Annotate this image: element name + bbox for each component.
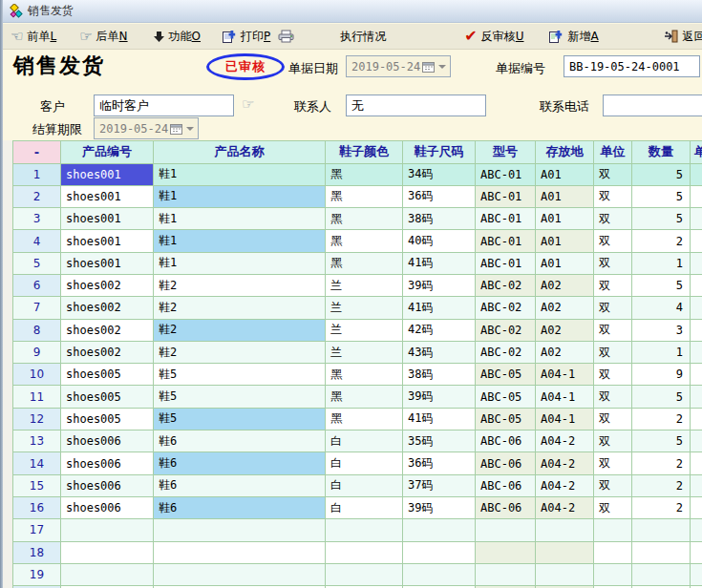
row-number[interactable]: 9 (13, 341, 61, 363)
cell-shoe-size[interactable]: 36码 (403, 452, 476, 474)
cell-unit[interactable]: 双 (594, 386, 632, 408)
col-header-product-name[interactable]: 产品名称 (154, 141, 326, 164)
cell-product-code[interactable] (61, 541, 154, 563)
cell-product-name[interactable]: 鞋2 (154, 297, 326, 319)
cell-unit-price[interactable] (691, 496, 702, 518)
cell-unit[interactable]: 双 (594, 452, 632, 474)
cell-location[interactable]: A02 (536, 274, 594, 296)
cell-unit[interactable] (594, 563, 632, 585)
cell-shoe-color[interactable]: 兰 (326, 297, 403, 319)
cell-shoe-size[interactable] (403, 519, 476, 541)
cell-shoe-color[interactable]: 白 (326, 452, 403, 474)
cell-qty[interactable] (632, 519, 691, 541)
cell-shoe-size[interactable] (403, 563, 476, 585)
cell-location[interactable]: A04-2 (536, 452, 594, 474)
cell-model[interactable]: ABC-05 (476, 364, 536, 386)
cell-qty[interactable]: 1 (632, 341, 691, 363)
cell-product-code[interactable]: shoes001 (61, 208, 154, 230)
col-header-unit-price[interactable]: 单价 (691, 141, 702, 164)
cell-product-code[interactable]: shoes002 (61, 319, 154, 341)
cell-location[interactable]: A02 (536, 341, 594, 363)
cell-product-name[interactable]: 鞋6 (154, 496, 326, 518)
col-header-product-code[interactable]: 产品编号 (61, 141, 154, 164)
cell-qty[interactable]: 1 (632, 252, 691, 274)
cell-product-code[interactable]: shoes006 (61, 496, 154, 518)
cell-product-name[interactable] (154, 563, 326, 585)
row-number[interactable]: 6 (13, 274, 61, 296)
cell-location[interactable]: A01 (536, 252, 594, 274)
col-header-qty[interactable]: 数量 (632, 141, 691, 164)
cell-unit[interactable]: 双 (594, 297, 632, 319)
cell-shoe-size[interactable]: 39码 (403, 496, 476, 518)
customer-picker-hand-icon[interactable]: ☞ (242, 97, 254, 112)
cell-qty[interactable]: 3 (632, 319, 691, 341)
row-number[interactable]: 19 (13, 563, 61, 585)
cell-shoe-color[interactable] (326, 519, 403, 541)
cell-qty[interactable]: 2 (632, 496, 691, 518)
cell-shoe-color[interactable]: 白 (326, 430, 403, 452)
cell-shoe-color[interactable]: 黑 (326, 408, 403, 430)
cell-unit-price[interactable] (691, 364, 702, 386)
cell-product-name[interactable]: 鞋5 (154, 364, 326, 386)
cell-shoe-size[interactable]: 41码 (403, 408, 476, 430)
cell-location[interactable]: A04-2 (536, 474, 594, 496)
cell-unit-price[interactable] (691, 274, 702, 296)
cell-shoe-color[interactable]: 黑 (326, 185, 403, 207)
cell-unit[interactable]: 双 (594, 252, 632, 274)
cell-model[interactable]: ABC-02 (476, 341, 536, 363)
unapprove-button[interactable]: ✔ 反审核U (461, 26, 526, 48)
cell-unit-price[interactable] (691, 208, 702, 230)
cell-unit[interactable] (594, 541, 632, 563)
cell-location[interactable]: A01 (536, 163, 594, 185)
cell-shoe-color[interactable]: 兰 (326, 341, 403, 363)
col-header-unit[interactable]: 单位 (594, 141, 632, 164)
phone-input[interactable] (603, 94, 702, 116)
cell-qty[interactable]: 2 (632, 408, 691, 430)
row-number[interactable]: 16 (13, 496, 61, 518)
cell-qty[interactable]: 9 (632, 364, 691, 386)
new-doc-button[interactable]: 新增A (545, 26, 601, 48)
doc-date-picker[interactable]: 2019-05-24 (346, 55, 451, 77)
cell-product-name[interactable]: 鞋1 (154, 252, 326, 274)
cell-unit[interactable]: 双 (594, 474, 632, 496)
cell-location[interactable]: A01 (536, 185, 594, 207)
row-number[interactable]: 1 (13, 163, 61, 185)
cell-shoe-color[interactable]: 黑 (326, 208, 403, 230)
row-number[interactable]: 4 (13, 230, 61, 252)
cell-product-name[interactable]: 鞋1 (154, 230, 326, 252)
printer-icon[interactable] (278, 30, 294, 43)
cell-model[interactable] (476, 563, 536, 585)
cell-product-name[interactable]: 鞋1 (154, 163, 326, 185)
cell-unit-price[interactable] (691, 319, 702, 341)
cell-product-name[interactable]: 鞋1 (154, 208, 326, 230)
cell-shoe-color[interactable]: 兰 (326, 319, 403, 341)
cell-product-code[interactable]: shoes001 (61, 163, 154, 185)
cell-product-name[interactable] (154, 519, 326, 541)
cell-product-code[interactable]: shoes005 (61, 364, 154, 386)
cell-unit[interactable]: 双 (594, 185, 632, 207)
row-number[interactable]: 10 (13, 364, 61, 386)
cell-qty[interactable]: 4 (632, 297, 691, 319)
cell-unit-price[interactable] (691, 430, 702, 452)
cell-product-code[interactable]: shoes001 (61, 185, 154, 207)
row-number[interactable]: 17 (13, 519, 61, 541)
cell-unit-price[interactable] (691, 408, 702, 430)
cell-unit[interactable]: 双 (594, 319, 632, 341)
cell-unit-price[interactable] (691, 252, 702, 274)
cell-model[interactable]: ABC-06 (476, 452, 536, 474)
cell-product-name[interactable]: 鞋6 (154, 474, 326, 496)
cell-qty[interactable]: 5 (632, 430, 691, 452)
functions-button[interactable]: 功能O (150, 26, 203, 48)
cell-unit[interactable]: 双 (594, 341, 632, 363)
cell-unit-price[interactable] (691, 519, 702, 541)
cell-model[interactable]: ABC-06 (476, 496, 536, 518)
dropdown-arrow-icon[interactable] (186, 127, 194, 135)
prev-doc-button[interactable]: ☜ 前单L (8, 26, 59, 48)
cell-location[interactable] (536, 541, 594, 563)
row-number[interactable]: 15 (13, 474, 61, 496)
cell-shoe-size[interactable]: 40码 (403, 230, 476, 252)
execution-status-menu[interactable]: 执行情况 (337, 26, 389, 48)
cell-shoe-size[interactable]: 42码 (403, 319, 476, 341)
row-number[interactable]: 3 (13, 208, 61, 230)
cell-shoe-size[interactable]: 36码 (403, 185, 476, 207)
